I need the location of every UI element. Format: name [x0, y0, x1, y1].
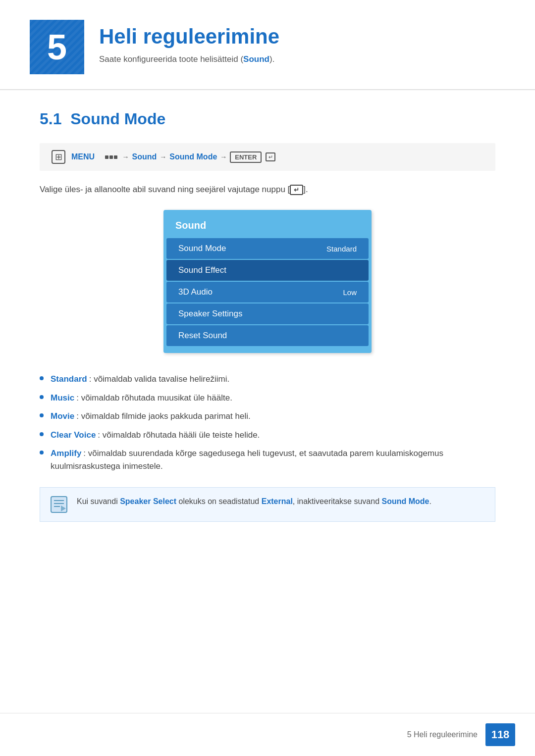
chapter-number: 5	[30, 20, 84, 74]
note-svg-icon	[50, 496, 68, 513]
menu-item-value: Low	[343, 288, 357, 297]
enter-button-path: ENTER	[230, 151, 262, 163]
chapter-title: Heli reguleerimine	[99, 25, 279, 49]
term-movie: Movie	[51, 411, 74, 421]
note-text: Kui suvandi Speaker Select olekuks on se…	[77, 496, 431, 507]
page-footer: 5 Heli reguleerimine 118	[0, 713, 535, 756]
path-sound-mode: Sound Mode	[169, 152, 217, 161]
bullet-dot	[40, 432, 44, 436]
menu-item-reset-sound[interactable]: Reset Sound	[166, 325, 369, 346]
term-standard: Standard	[51, 374, 87, 384]
sound-menu-title: Sound	[163, 218, 372, 237]
chapter-subtitle: Saate konfigureerida toote helisätteid (…	[99, 54, 279, 64]
menu-item-sound-effect[interactable]: Sound Effect	[166, 260, 369, 281]
menu-item-label: Speaker Settings	[178, 309, 242, 319]
menu-path: MENU → Sound → Sound Mode → ENTER ↵	[40, 143, 495, 171]
chapter-title-area: Heli reguleerimine Saate konfigureerida …	[84, 20, 279, 64]
menu-item-label: 3D Audio	[178, 287, 213, 297]
list-item: Standard: võimaldab valida tavalise heli…	[40, 373, 495, 386]
sound-menu-box: Sound Sound Mode Standard Sound Effect 3…	[163, 210, 372, 353]
bullet-dot	[40, 376, 44, 380]
chapter-header: 5 Heli reguleerimine Saate konfigureerid…	[0, 0, 535, 90]
enter-inline-icon: ↵	[290, 185, 303, 195]
term-clear-voice: Clear Voice	[51, 430, 96, 440]
page-number: 118	[485, 723, 515, 746]
menu-item-label: Sound Effect	[178, 265, 226, 275]
list-item: Clear Voice: võimaldab rõhutada hääli ül…	[40, 429, 495, 442]
footer-chapter-label: 5 Heli reguleerimine	[407, 730, 478, 739]
note-icon	[50, 496, 70, 513]
menu-icon	[52, 150, 65, 164]
menu-label: MENU	[71, 152, 95, 161]
list-item: Amplify: võimaldab suurendada kõrge sage…	[40, 447, 495, 472]
arrow-1: →	[122, 153, 129, 161]
arrow-3: →	[220, 153, 227, 161]
section-5-1: 5.1 Sound Mode MENU → Sound → Sound Mode…	[0, 110, 535, 522]
note-sound-mode: Sound Mode	[382, 497, 429, 505]
note-box: Kui suvandi Speaker Select olekuks on se…	[40, 487, 495, 522]
bullet-dot	[40, 395, 44, 399]
note-speaker-select: Speaker Select	[120, 497, 176, 505]
bullet-list: Standard: võimaldab valida tavalise heli…	[40, 373, 495, 472]
list-item: Music: võimaldab rõhutada muusikat üle h…	[40, 392, 495, 404]
section-number: 5.1 Sound Mode	[40, 110, 495, 128]
bullet-dot	[40, 451, 44, 454]
path-sound: Sound	[132, 152, 157, 161]
svg-rect-0	[51, 497, 67, 512]
menu-item-label: Sound Mode	[178, 244, 226, 253]
list-item: Movie: võimaldab filmide jaoks pakkuda p…	[40, 410, 495, 423]
menu-item-3d-audio[interactable]: 3D Audio Low	[166, 282, 369, 302]
menu-item-value: Standard	[326, 245, 357, 253]
menu-item-sound-mode[interactable]: Sound Mode Standard	[166, 238, 369, 259]
menu-item-speaker-settings[interactable]: Speaker Settings	[166, 303, 369, 324]
menu-item-label: Reset Sound	[178, 331, 227, 341]
note-external: External	[262, 497, 293, 505]
instruction-text: Valige üles- ja allanoolte abil suvand n…	[40, 185, 495, 195]
arrow-2: →	[160, 153, 166, 161]
term-amplify: Amplify	[51, 449, 81, 458]
term-music: Music	[51, 393, 74, 403]
bullet-dot	[40, 413, 44, 417]
